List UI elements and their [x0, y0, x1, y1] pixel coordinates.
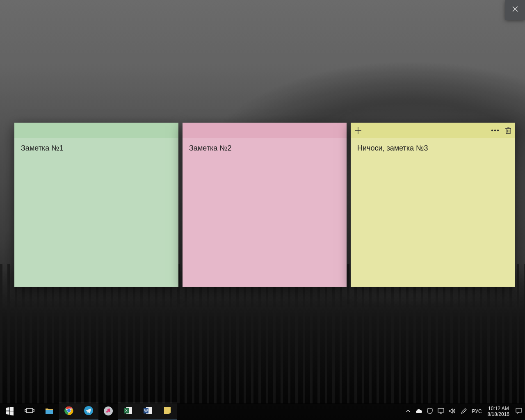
shield-icon — [427, 408, 433, 415]
tray-language[interactable]: РУС — [470, 403, 484, 420]
sticky-notes-icon — [162, 406, 172, 417]
close-icon — [512, 6, 518, 14]
itunes-button[interactable] — [98, 403, 118, 420]
tray-chevron-button[interactable] — [403, 403, 413, 420]
windows-logo-icon — [5, 406, 15, 417]
svg-point-1 — [495, 130, 496, 131]
tray-volume[interactable] — [447, 403, 458, 420]
monitor-icon — [438, 408, 444, 415]
folder-icon — [44, 406, 54, 417]
svg-text:X: X — [125, 409, 128, 413]
svg-text:W: W — [144, 409, 148, 413]
word-icon: W — [143, 406, 153, 417]
pen-icon — [461, 408, 467, 415]
volume-icon — [449, 408, 456, 415]
start-button[interactable] — [0, 403, 20, 420]
cloud-icon — [415, 409, 422, 415]
system-tray: РУС 10:12 AM 8/18/2016 — [403, 403, 525, 420]
telegram-icon — [84, 406, 94, 417]
svg-rect-4 — [25, 409, 26, 412]
sticky-note-3[interactable]: Ничоси, заметка №3 — [351, 123, 515, 287]
note-content[interactable]: Заметка №1 — [14, 138, 178, 158]
close-button[interactable] — [505, 0, 525, 20]
tray-defender[interactable] — [425, 403, 435, 420]
note-content[interactable]: Заметка №2 — [183, 138, 347, 158]
note-menu-button[interactable] — [491, 129, 499, 132]
delete-note-button[interactable] — [505, 127, 511, 134]
taskbar-clock[interactable]: 10:12 AM 8/18/2016 — [484, 406, 513, 417]
sticky-notes-button[interactable] — [158, 402, 177, 420]
excel-button[interactable]: X — [118, 402, 138, 420]
taskbar: X W — [0, 403, 525, 420]
sticky-note-2[interactable]: Заметка №2 — [183, 123, 347, 287]
note-titlebar[interactable] — [183, 123, 347, 138]
svg-rect-3 — [26, 409, 33, 413]
word-button[interactable]: W — [138, 402, 158, 420]
sticky-note-1[interactable]: Заметка №1 — [14, 123, 178, 287]
svg-point-7 — [67, 409, 71, 412]
task-view-icon — [25, 406, 34, 417]
desktop-wallpaper: Заметка №1 Заметка №2 — [0, 0, 525, 420]
excel-icon: X — [123, 406, 133, 417]
add-note-button[interactable] — [354, 126, 362, 135]
note-titlebar[interactable] — [14, 123, 178, 138]
itunes-icon — [103, 406, 113, 417]
clock-date: 8/18/2016 — [488, 411, 509, 417]
task-view-button[interactable] — [20, 403, 39, 420]
clock-time: 10:12 AM — [488, 406, 509, 411]
svg-rect-5 — [33, 409, 34, 412]
tray-ink-workspace[interactable] — [458, 403, 470, 420]
taskbar-left: X W — [0, 403, 177, 420]
language-label: РУС — [472, 409, 482, 414]
chrome-icon — [64, 406, 74, 417]
chevron-up-icon — [406, 409, 411, 415]
tray-onedrive[interactable] — [413, 403, 425, 420]
file-explorer-button[interactable] — [39, 403, 59, 420]
note-titlebar[interactable] — [351, 123, 515, 138]
svg-rect-16 — [438, 409, 444, 412]
svg-point-0 — [492, 130, 493, 131]
telegram-button[interactable] — [79, 402, 98, 420]
notification-icon — [515, 408, 523, 415]
tray-rdp[interactable] — [435, 403, 447, 420]
chrome-button[interactable] — [59, 402, 79, 420]
svg-point-2 — [498, 130, 499, 131]
note-content[interactable]: Ничоси, заметка №3 — [351, 138, 515, 158]
action-center-button[interactable] — [513, 403, 525, 420]
